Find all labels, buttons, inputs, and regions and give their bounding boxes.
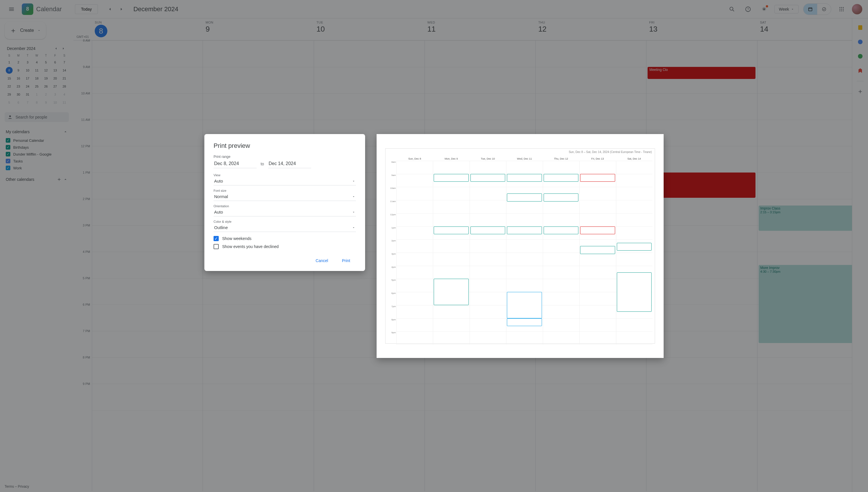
- print-range-row: to: [214, 159, 356, 168]
- print-option-select[interactable]: ViewAuto: [214, 174, 356, 186]
- preview-hour-label: 3pm: [391, 253, 396, 255]
- preview-event: [507, 318, 542, 326]
- preview-event: [507, 194, 542, 201]
- preview-hour-label: 4pm: [391, 266, 396, 268]
- print-dialog: Print preview Print range to ViewAutoFon…: [204, 134, 365, 271]
- select-value: Normal: [214, 194, 228, 199]
- preview-event: [580, 174, 615, 182]
- preview-hour-label: 2pm: [391, 239, 396, 242]
- preview-event: [434, 174, 468, 182]
- modal-scrim: Print preview Print range to ViewAutoFon…: [0, 0, 868, 492]
- show-declined-checkbox[interactable]: Show events you have declined: [214, 244, 356, 249]
- print-option-select[interactable]: Font sizeNormal: [214, 190, 356, 201]
- show-weekends-checkbox[interactable]: Show weekends: [214, 236, 356, 241]
- print-button[interactable]: Print: [336, 256, 356, 265]
- caret-down-icon: [352, 195, 355, 198]
- preview-event: [470, 174, 505, 182]
- print-option-select[interactable]: Color & styleOutline: [214, 220, 356, 232]
- caret-down-icon: [352, 226, 355, 229]
- preview-hour-label: 11am: [390, 200, 396, 203]
- preview-day-column: [579, 161, 616, 344]
- caret-down-icon: [352, 179, 355, 183]
- preview-hour-label: 8am: [391, 161, 396, 163]
- preview-hour-label: 7pm: [391, 305, 396, 308]
- checkbox-icon: [214, 236, 219, 241]
- select-label: View: [214, 173, 220, 177]
- select-value: Auto: [214, 178, 223, 183]
- preview-col-label: Wed, Dec 11: [506, 157, 543, 161]
- end-date-input[interactable]: [268, 159, 311, 168]
- preview-event: [507, 174, 542, 182]
- preview-hour-label: 5pm: [391, 279, 396, 281]
- select-value: Outline: [214, 225, 228, 230]
- select-label: Color & style: [214, 220, 231, 223]
- preview-event: [470, 226, 505, 234]
- preview-caption: Sun, Dec 8 – Sat, Dec 14, 2024 (Central …: [569, 150, 652, 153]
- preview-col-label: Sat, Dec 14: [616, 157, 652, 161]
- print-range-label: Print range: [214, 155, 356, 159]
- preview-event: [544, 174, 578, 182]
- preview-day-column: [433, 161, 469, 344]
- preview-day-column: [396, 161, 433, 344]
- preview-hour-label: 8pm: [391, 318, 396, 321]
- preview-event: [544, 194, 578, 201]
- start-date-input[interactable]: [214, 159, 256, 168]
- preview-event: [507, 292, 542, 318]
- preview-event: [507, 226, 542, 234]
- cancel-button[interactable]: Cancel: [310, 256, 334, 265]
- preview-event: [544, 226, 578, 234]
- preview-col-label: Mon, Dec 9: [433, 157, 469, 161]
- preview-day-column: [470, 161, 506, 344]
- preview-col-label: [388, 157, 396, 161]
- preview-hour-label: 1pm: [391, 226, 396, 229]
- checkbox-icon: [214, 244, 219, 249]
- preview-hour-label: 12pm: [390, 213, 396, 216]
- preview-event: [580, 246, 615, 254]
- preview-event: [434, 226, 468, 234]
- preview-col-label: Tue, Dec 10: [470, 157, 506, 161]
- preview-event: [617, 243, 651, 251]
- preview-day-column: [506, 161, 543, 344]
- dialog-title: Print preview: [214, 142, 356, 150]
- select-value: Auto: [214, 210, 223, 215]
- preview-col-label: Fri, Dec 13: [579, 157, 616, 161]
- show-declined-label: Show events you have declined: [222, 244, 279, 249]
- preview-hour-label: 9pm: [391, 331, 396, 334]
- preview-hour-label: 10am: [390, 187, 396, 190]
- preview-col-label: Thu, Dec 12: [543, 157, 579, 161]
- preview-col-label: Sun, Dec 8: [396, 157, 433, 161]
- show-weekends-label: Show weekends: [222, 236, 251, 241]
- preview-event: [580, 226, 615, 234]
- select-label: Orientation: [214, 204, 229, 208]
- select-label: Font size: [214, 189, 226, 192]
- preview-event: [434, 279, 468, 305]
- to-label: to: [261, 162, 264, 166]
- preview-hour-label: 9am: [391, 174, 396, 176]
- print-preview-image: Sun, Dec 8 – Sat, Dec 14, 2024 (Central …: [385, 148, 655, 344]
- print-dialog-wrap: Print preview Print range to ViewAutoFon…: [204, 134, 664, 358]
- preview-hour-label: 6pm: [391, 292, 396, 295]
- preview-event: [617, 272, 651, 312]
- print-preview-pane: Sun, Dec 8 – Sat, Dec 14, 2024 (Central …: [377, 134, 664, 358]
- caret-down-icon: [352, 211, 355, 214]
- preview-day-column: [543, 161, 579, 344]
- dialog-actions: Cancel Print: [214, 256, 356, 265]
- print-option-select[interactable]: OrientationAuto: [214, 205, 356, 217]
- preview-day-column: [616, 161, 652, 344]
